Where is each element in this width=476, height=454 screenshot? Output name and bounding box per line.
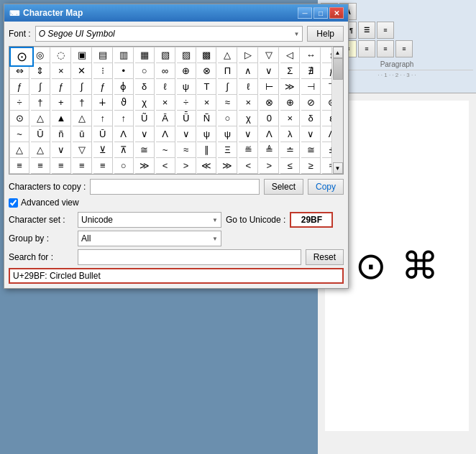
char-cell[interactable]: ◌ — [52, 47, 71, 63]
char-cell[interactable]: × — [280, 111, 300, 126]
scroll-up-arrow[interactable]: ▲ — [333, 47, 343, 58]
char-cell[interactable]: ℓ — [156, 79, 175, 95]
char-cell[interactable]: ∞ — [156, 63, 175, 79]
chars-to-copy-input[interactable] — [90, 179, 259, 195]
char-cell[interactable]: + — [52, 95, 71, 111]
char-cell[interactable]: > — [177, 158, 196, 174]
char-cell[interactable]: ÷ — [177, 95, 196, 111]
char-cell[interactable]: ū — [73, 126, 92, 142]
char-cell[interactable]: ≈ — [218, 95, 237, 111]
char-cell[interactable]: ○ — [218, 111, 237, 126]
char-cell[interactable]: ∨ — [135, 126, 155, 142]
char-cell[interactable]: ⊣ — [301, 79, 321, 95]
char-cell[interactable]: χ — [239, 111, 258, 126]
char-cell[interactable]: ≝ — [239, 142, 258, 158]
char-cell[interactable]: ▲ — [52, 111, 71, 126]
char-cell[interactable]: ⊕ — [280, 95, 300, 111]
char-cell[interactable]: × — [52, 63, 71, 79]
char-cell[interactable]: ⊗ — [197, 63, 216, 79]
char-cell[interactable]: ⊘ — [301, 95, 321, 111]
char-cell[interactable]: ≡ — [52, 158, 71, 174]
char-cell[interactable]: ≪ — [197, 158, 216, 174]
char-cell[interactable]: ∧ — [239, 63, 258, 79]
char-cell[interactable]: ≈ — [177, 142, 196, 158]
char-cell[interactable]: ≐ — [280, 142, 300, 158]
char-cell[interactable]: Ξ — [218, 142, 237, 158]
char-cell[interactable]: ñ — [52, 126, 71, 142]
char-cell[interactable]: ∨ — [239, 126, 258, 142]
char-cell[interactable]: ▩ — [197, 47, 216, 63]
char-cell[interactable]: Ñ — [197, 111, 216, 126]
copy-button[interactable]: Copy — [308, 179, 344, 195]
char-cell[interactable]: △ — [218, 47, 237, 63]
char-cell[interactable]: △ — [31, 142, 50, 158]
char-cell[interactable]: ≅ — [135, 142, 155, 158]
char-cell[interactable]: × — [197, 95, 216, 111]
char-cell[interactable]: ≤ — [280, 158, 300, 174]
char-set-select[interactable]: Unicode ▼ — [78, 212, 221, 228]
scroll-down-arrow[interactable]: ▼ — [333, 162, 343, 174]
advanced-view-checkbox[interactable] — [9, 198, 18, 208]
char-cell[interactable]: ∔ — [93, 95, 113, 111]
char-cell[interactable]: Λ — [156, 126, 175, 142]
select-button[interactable]: Select — [264, 179, 303, 195]
scrollbar-track[interactable] — [333, 58, 343, 162]
char-cell[interactable]: ▤ — [93, 47, 113, 63]
char-cell[interactable]: × — [239, 95, 258, 111]
char-cell[interactable]: ≡ — [31, 158, 50, 174]
char-cell[interactable]: δ — [135, 79, 155, 95]
char-cell[interactable]: T — [197, 79, 216, 95]
reset-button[interactable]: Reset — [306, 249, 344, 265]
char-cell[interactable]: ƒ — [10, 79, 29, 95]
char-cell[interactable]: < — [239, 158, 258, 174]
char-cell[interactable]: ∄ — [301, 63, 321, 79]
char-cell[interactable]: ψ — [177, 79, 196, 95]
scrollbar-thumb[interactable] — [333, 58, 343, 80]
char-cell[interactable]: ℓ — [239, 79, 258, 95]
char-cell[interactable]: Λ — [114, 126, 134, 142]
char-cell[interactable]: ƒ — [93, 79, 113, 95]
char-cell[interactable]: > — [260, 158, 279, 174]
char-cell[interactable]: ≡ — [93, 158, 113, 174]
char-cell[interactable]: Σ — [280, 63, 300, 79]
char-cell[interactable]: ∨ — [260, 63, 279, 79]
char-cell[interactable]: ▦ — [135, 47, 155, 63]
char-cell[interactable]: ≫ — [135, 158, 155, 174]
char-cell[interactable]: ∫ — [31, 79, 50, 95]
char-cell[interactable]: ⁝ — [93, 63, 113, 79]
char-cell[interactable]: ∨ — [177, 126, 196, 142]
char-cell[interactable]: ◁ — [280, 47, 300, 63]
char-cell[interactable]: ϕ — [114, 79, 134, 95]
char-cell[interactable]: ≅ — [301, 142, 321, 158]
char-cell[interactable]: ▽ — [260, 47, 279, 63]
char-cell[interactable]: ⊕ — [177, 63, 196, 79]
char-cell[interactable]: Ǖ — [177, 111, 196, 126]
char-cell[interactable]: ⊙ — [10, 111, 29, 126]
char-cell[interactable]: ≫ — [280, 79, 300, 95]
char-cell[interactable]: ○ — [135, 63, 155, 79]
char-cell[interactable]: ∨ — [52, 142, 71, 158]
char-cell[interactable]: 0 — [260, 111, 279, 126]
char-cell[interactable]: ▣ — [73, 47, 92, 63]
char-cell[interactable]: ∥ — [197, 142, 216, 158]
char-cell[interactable]: △ — [73, 111, 92, 126]
char-cell[interactable]: ▥ — [114, 47, 134, 63]
char-cell[interactable]: ≡ — [73, 158, 92, 174]
char-cell[interactable]: ▷ — [239, 47, 258, 63]
char-cell[interactable]: △ — [10, 142, 29, 158]
char-cell[interactable]: ✕ — [73, 63, 92, 79]
help-button[interactable]: Help — [307, 26, 344, 42]
maximize-button[interactable]: □ — [313, 7, 328, 19]
char-cell[interactable]: ~ — [10, 126, 29, 142]
group-by-select[interactable]: All ▼ — [78, 231, 221, 246]
char-cell[interactable]: Λ — [260, 126, 279, 142]
char-cell[interactable]: △ — [31, 111, 50, 126]
char-cell[interactable]: ▨ — [177, 47, 196, 63]
char-cell[interactable]: ψ — [197, 126, 216, 142]
char-cell[interactable]: ∫ — [218, 79, 237, 95]
char-cell[interactable]: ~ — [156, 142, 175, 158]
search-input[interactable] — [78, 249, 301, 265]
char-cell[interactable]: × — [156, 95, 175, 111]
char-cell[interactable]: ⊼ — [114, 142, 134, 158]
char-cell[interactable]: ↔ — [301, 47, 321, 63]
